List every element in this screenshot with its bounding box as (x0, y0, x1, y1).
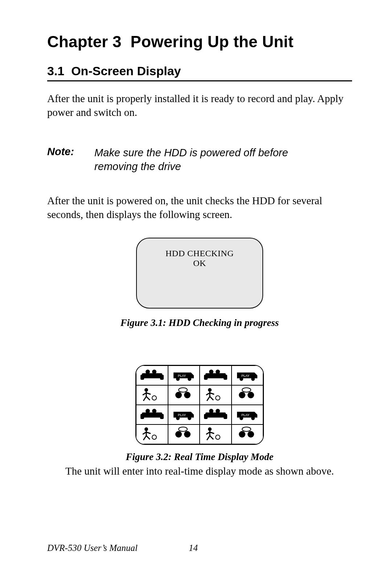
svg-point-28 (208, 388, 212, 392)
svg-point-35 (239, 392, 245, 398)
svg-rect-1 (140, 375, 144, 380)
couch-icon (140, 407, 164, 423)
svg-text:PLAY: PLAY (178, 374, 186, 378)
chapter-name: Powering Up the Unit (131, 33, 294, 51)
svg-line-21 (146, 393, 151, 394)
svg-point-34 (216, 396, 220, 400)
grid-cell-couch (200, 405, 232, 424)
svg-rect-2 (160, 375, 164, 380)
figure-1: HDD CHECKING OK Figure 3.1: HDD Checking… (47, 238, 352, 329)
svg-point-41 (146, 409, 150, 413)
footer-manual: DVR-530 User’s Manual (47, 543, 138, 553)
svg-point-13 (216, 370, 220, 374)
document-page: Chapter 3 Powering Up the Unit 3.1 On-Sc… (0, 0, 392, 588)
svg-point-18 (144, 388, 148, 392)
svg-point-26 (184, 392, 191, 398)
svg-point-25 (175, 392, 182, 398)
svg-rect-10 (204, 375, 208, 380)
grid-cell-truck: PLAY (168, 405, 200, 424)
svg-text:PLAY: PLAY (178, 413, 186, 417)
svg-rect-48 (204, 414, 208, 419)
hdd-screen-line-1: HDD CHECKING (146, 249, 254, 258)
soccer-icon (140, 387, 164, 403)
svg-point-36 (248, 392, 254, 398)
svg-point-51 (216, 409, 220, 413)
svg-point-56 (144, 427, 148, 431)
svg-point-24 (152, 396, 156, 400)
paragraph-2: After the unit is powered on, the unit c… (47, 194, 352, 222)
truck-icon: PLAY (235, 367, 260, 383)
svg-point-15 (240, 377, 243, 381)
svg-text:PLAY: PLAY (241, 413, 249, 417)
soccer-icon (203, 426, 228, 442)
grid-cell-couch (200, 366, 232, 385)
talk-icon (235, 387, 260, 403)
svg-text:PLAY: PLAY (241, 374, 249, 378)
grid-cell-couch (136, 366, 168, 385)
svg-rect-38 (142, 412, 162, 418)
svg-point-53 (240, 416, 243, 420)
note-label: Note: (47, 146, 74, 174)
truck-icon: PLAY (235, 407, 260, 423)
note-text: Make sure the HDD is powered off before … (94, 146, 298, 174)
grid-cell-truck: PLAY (232, 405, 264, 424)
svg-point-42 (152, 409, 156, 413)
grid-cell-soccer (200, 385, 232, 405)
chapter-label: Chapter 3 (47, 33, 122, 51)
svg-rect-49 (224, 414, 227, 419)
grid-cell-soccer (136, 385, 168, 405)
soccer-icon (140, 426, 164, 442)
svg-point-73 (239, 431, 245, 438)
truck-icon: PLAY (171, 367, 196, 383)
paragraph-3: The unit will enter into real-time displ… (65, 464, 334, 478)
svg-point-12 (209, 370, 213, 374)
svg-line-61 (146, 436, 150, 439)
svg-rect-47 (205, 412, 226, 418)
svg-point-65 (179, 427, 187, 431)
svg-line-22 (143, 396, 146, 401)
talk-icon (171, 426, 196, 442)
grid-cell-truck: PLAY (232, 366, 264, 385)
svg-point-16 (251, 377, 255, 381)
couch-icon (203, 367, 228, 383)
soccer-icon (203, 387, 228, 403)
svg-rect-11 (224, 375, 227, 380)
svg-point-44 (176, 416, 180, 420)
section-heading: 3.1 On-Screen Display (47, 64, 352, 81)
hdd-screen: HDD CHECKING OK (136, 238, 263, 309)
svg-point-75 (242, 427, 251, 431)
svg-rect-0 (142, 373, 162, 378)
svg-line-71 (210, 436, 213, 439)
svg-point-6 (176, 377, 180, 381)
svg-rect-40 (160, 414, 164, 419)
talk-icon (235, 426, 260, 442)
realtime-screen-grid: PLAYPLAYPLAYPLAY (135, 365, 264, 445)
svg-line-70 (207, 436, 210, 440)
svg-rect-39 (140, 414, 144, 419)
svg-point-62 (152, 435, 156, 439)
svg-point-7 (188, 377, 191, 381)
svg-rect-9 (205, 373, 226, 378)
truck-icon: PLAY (171, 407, 196, 423)
svg-line-31 (210, 393, 214, 394)
svg-point-3 (146, 370, 150, 374)
svg-point-54 (251, 416, 255, 420)
grid-cell-talk (232, 424, 264, 444)
svg-point-37 (242, 388, 251, 392)
figure-2-caption: Figure 3.2: Real Time Display Mode (126, 451, 274, 463)
svg-line-32 (207, 396, 210, 401)
hdd-screen-line-2: OK (146, 258, 254, 268)
svg-point-45 (188, 416, 191, 420)
svg-point-63 (175, 431, 182, 438)
grid-cell-couch (136, 405, 168, 424)
svg-point-4 (152, 370, 156, 374)
couch-icon (203, 407, 228, 423)
grid-cell-soccer (200, 424, 232, 444)
footer-page-number: 14 (189, 543, 198, 553)
section-number: 3.1 (47, 64, 64, 78)
svg-point-64 (184, 431, 191, 438)
svg-point-72 (216, 435, 220, 439)
note-block: Note: Make sure the HDD is powered off b… (47, 146, 352, 174)
figure-1-caption: Figure 3.1: HDD Checking in progress (121, 317, 279, 329)
couch-icon (140, 367, 164, 383)
